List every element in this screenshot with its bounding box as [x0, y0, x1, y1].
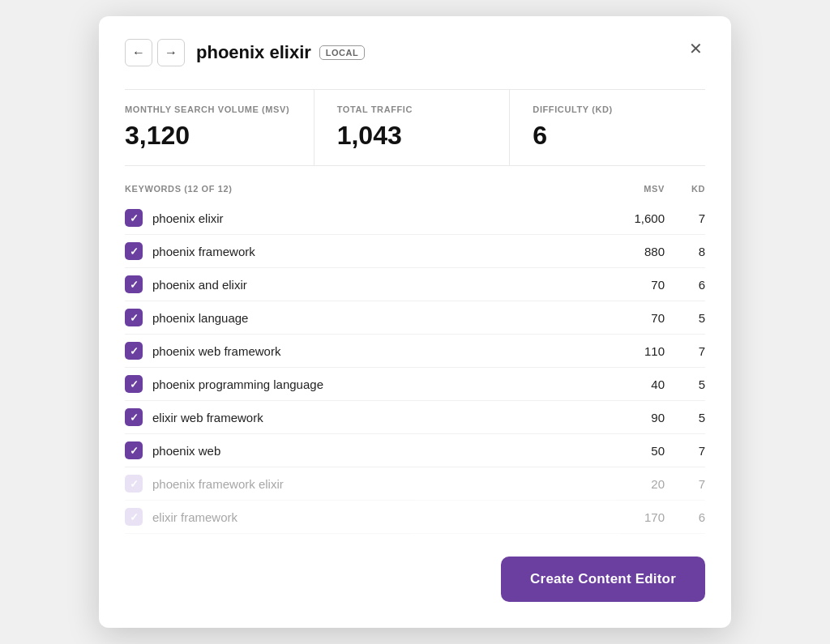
checkmark-icon: ✓ [130, 313, 139, 323]
keyword-msv-value: 170 [600, 510, 665, 524]
keyword-msv-value: 880 [600, 245, 665, 258]
keyword-row: ✓phoenix language705 [125, 301, 705, 335]
keyword-msv-value: 20 [600, 477, 665, 491]
keyword-checkbox[interactable]: ✓ [125, 508, 143, 526]
keyword-row: ✓phoenix elixir1,6007 [125, 202, 705, 235]
keyword-kd-value: 7 [665, 477, 705, 491]
keyword-msv-value: 40 [600, 377, 665, 391]
difficulty-label: DIFFICULTY (KD) [533, 104, 705, 114]
modal-header: ← → phoenix elixir LOCAL ✕ [125, 39, 705, 66]
checkmark-icon: ✓ [130, 479, 139, 489]
keyword-row: ✓phoenix framework elixir207 [125, 467, 705, 501]
keyword-row: ✓elixir framework1706 [125, 501, 705, 534]
metric-msv: MONTHLY SEARCH VOLUME (MSV) 3,120 [125, 90, 314, 165]
keyword-name: elixir web framework [152, 411, 600, 424]
back-icon: ← [132, 45, 145, 60]
keyword-msv-value: 1,600 [600, 211, 665, 225]
checkmark-icon: ✓ [130, 446, 139, 456]
checkmark-icon: ✓ [130, 246, 139, 257]
keywords-section: KEYWORDS (12 OF 12) MSV KD ✓phoenix elix… [125, 184, 705, 534]
keyword-row: ✓elixir web framework905 [125, 401, 705, 434]
keyword-checkbox[interactable]: ✓ [125, 342, 143, 360]
col-kd-header: KD [665, 184, 705, 194]
traffic-value: 1,043 [337, 121, 510, 151]
keyword-msv-value: 70 [600, 278, 665, 292]
create-content-editor-button[interactable]: Create Content Editor [501, 557, 705, 602]
keyword-kd-value: 7 [665, 444, 705, 458]
keyword-checkbox[interactable]: ✓ [125, 475, 143, 493]
keyword-kd-value: 7 [665, 344, 705, 358]
keyword-checkbox[interactable]: ✓ [125, 242, 143, 260]
metric-traffic: TOTAL TRAFFIC 1,043 [314, 90, 511, 165]
keyword-name: phoenix programming language [152, 377, 600, 391]
checkmark-icon: ✓ [130, 412, 139, 423]
keyword-name: phoenix web [152, 444, 600, 458]
keyword-msv-value: 70 [600, 311, 665, 325]
keywords-header: KEYWORDS (12 OF 12) MSV KD [125, 184, 705, 194]
keyword-kd-value: 6 [665, 510, 705, 524]
keyword-msv-value: 110 [600, 344, 665, 358]
keyword-kd-value: 5 [665, 377, 705, 391]
keyword-name: phoenix framework [152, 245, 600, 258]
traffic-label: TOTAL TRAFFIC [337, 104, 510, 114]
keywords-list: ✓phoenix elixir1,6007✓phoenix framework8… [125, 202, 705, 534]
forward-icon: → [165, 45, 178, 60]
local-badge: LOCAL [319, 45, 365, 60]
keywords-title: KEYWORDS (12 OF 12) [125, 184, 600, 194]
keyword-kd-value: 5 [665, 411, 705, 424]
keyword-row: ✓phoenix and elixir706 [125, 268, 705, 301]
modal-container: ← → phoenix elixir LOCAL ✕ MONTHLY SEARC… [99, 16, 731, 628]
msv-label: MONTHLY SEARCH VOLUME (MSV) [125, 104, 297, 114]
close-button[interactable]: ✕ [682, 36, 708, 62]
keyword-kd-value: 5 [665, 311, 705, 325]
difficulty-value: 6 [533, 121, 705, 151]
keyword-kd-value: 6 [665, 278, 705, 292]
checkmark-icon: ✓ [130, 379, 139, 390]
keyword-msv-value: 90 [600, 411, 665, 424]
keyword-msv-value: 50 [600, 444, 665, 458]
checkmark-icon: ✓ [130, 512, 139, 522]
keyword-checkbox[interactable]: ✓ [125, 275, 143, 293]
keyword-row: ✓phoenix framework8808 [125, 235, 705, 268]
close-icon: ✕ [689, 39, 703, 58]
keyword-kd-value: 8 [665, 245, 705, 258]
checkmark-icon: ✓ [130, 346, 139, 356]
footer: Create Content Editor [125, 557, 705, 602]
forward-button[interactable]: → [157, 39, 185, 66]
keyword-checkbox[interactable]: ✓ [125, 309, 143, 326]
keyword-name: phoenix web framework [152, 344, 600, 358]
nav-buttons: ← → [125, 39, 185, 66]
keyword-row: ✓phoenix programming language405 [125, 368, 705, 401]
keyword-row: ✓phoenix web507 [125, 434, 705, 467]
keyword-row: ✓phoenix web framework1107 [125, 335, 705, 368]
keyword-checkbox[interactable]: ✓ [125, 408, 143, 426]
keyword-checkbox[interactable]: ✓ [125, 209, 143, 227]
back-button[interactable]: ← [125, 39, 152, 66]
keyword-name: phoenix framework elixir [152, 477, 600, 491]
modal-title: phoenix elixir [196, 42, 311, 63]
checkmark-icon: ✓ [130, 279, 139, 290]
keyword-checkbox[interactable]: ✓ [125, 375, 143, 393]
metrics-row: MONTHLY SEARCH VOLUME (MSV) 3,120 TOTAL … [125, 89, 705, 166]
keyword-name: phoenix elixir [152, 211, 600, 225]
metric-difficulty: DIFFICULTY (KD) 6 [510, 90, 705, 165]
keyword-name: elixir framework [152, 510, 600, 524]
keyword-checkbox[interactable]: ✓ [125, 441, 143, 459]
keyword-name: phoenix and elixir [152, 278, 600, 292]
keyword-name: phoenix language [152, 311, 600, 325]
keyword-kd-value: 7 [665, 211, 705, 225]
col-msv-header: MSV [600, 184, 665, 194]
checkmark-icon: ✓ [130, 213, 139, 224]
msv-value: 3,120 [125, 121, 297, 151]
